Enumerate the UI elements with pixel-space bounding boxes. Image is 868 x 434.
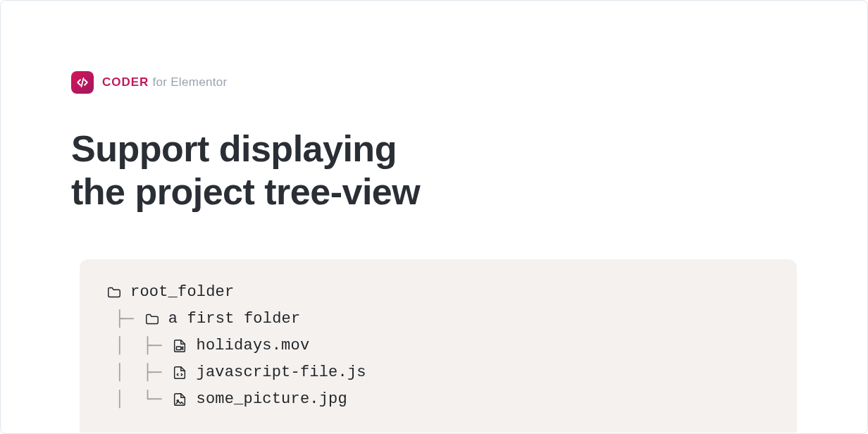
file-video-icon xyxy=(170,338,189,354)
code-icon xyxy=(71,71,94,94)
brand-header: CODER for Elementor xyxy=(71,71,797,94)
tree-item-label: root_folder xyxy=(130,283,234,301)
tree-item[interactable]: │ └─ some_picture.jpg xyxy=(105,386,771,413)
brand-suffix: for Elementor xyxy=(152,75,227,89)
tree-connector: │ ├─ xyxy=(115,365,170,380)
page-title: Support displaying the project tree-view xyxy=(71,128,797,214)
headline-line-2: the project tree-view xyxy=(71,171,420,212)
tree-item[interactable]: │ ├─ holidays.mov xyxy=(105,333,771,359)
tree-item[interactable]: ├─ a first folder xyxy=(105,306,771,333)
tree-connector: ├─ xyxy=(115,311,143,327)
headline-line-1: Support displaying xyxy=(71,128,397,169)
tree-view-panel: root_folder ├─ a first folder │ ├─ holid… xyxy=(80,259,797,433)
file-code-icon xyxy=(170,365,189,380)
folder-icon xyxy=(143,311,161,327)
tree-item[interactable]: │ ├─ javascript-file.js xyxy=(105,359,771,386)
tree-connector: │ ├─ xyxy=(115,338,170,354)
brand-text: CODER for Elementor xyxy=(102,75,227,89)
tree-connector: │ └─ xyxy=(115,392,170,407)
tree-item-label: holidays.mov xyxy=(196,337,309,354)
tree-item-label: some_picture.jpg xyxy=(196,390,347,408)
brand-name: CODER xyxy=(102,75,149,89)
tree-item-label: a first folder xyxy=(168,310,301,328)
tree-item-label: javascript-file.js xyxy=(196,364,366,381)
tree-item[interactable]: root_folder xyxy=(105,279,771,306)
file-image-icon xyxy=(170,392,189,407)
svg-line-0 xyxy=(82,78,84,87)
svg-rect-1 xyxy=(177,347,181,350)
folder-icon xyxy=(105,285,123,300)
